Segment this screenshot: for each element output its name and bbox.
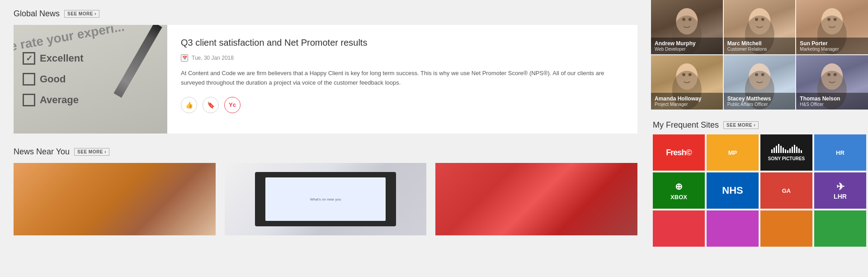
site-tile-0[interactable]: Fresh©	[653, 134, 705, 171]
global-news-header: Global News SEE MORE	[14, 9, 637, 19]
person-overlay-3: Amanda HollowayProject Manager	[651, 93, 723, 110]
people-grid: Andrew MurphyWeb Developer Marc Mitchell…	[651, 0, 868, 110]
frequent-sites-header: My Frequent Sites SEE MORE	[653, 119, 866, 134]
tablet-screen: What's on near you	[265, 177, 386, 221]
lhr-text: LHR	[834, 193, 847, 200]
site-tile-4[interactable]: ⊕ XBOX	[653, 172, 705, 209]
svg-point-6	[755, 18, 758, 21]
news-near-you-see-more[interactable]: SEE MORE	[74, 148, 109, 156]
bookmark-button[interactable]: 🔖	[203, 97, 219, 113]
survey-header-text: e rate your experi...	[14, 25, 126, 54]
news-date: 📅 Tue, 30 Jan 2018	[181, 54, 624, 62]
site-tile-8[interactable]	[653, 210, 705, 247]
survey-check-good	[23, 73, 35, 86]
person-card-3[interactable]: Amanda HollowayProject Manager	[651, 55, 723, 110]
person-overlay-0: Andrew MurphyWeb Developer	[651, 38, 723, 54]
right-sidebar: Andrew MurphyWeb Developer Marc Mitchell…	[651, 0, 868, 277]
site-tile-9[interactable]	[707, 210, 759, 247]
site-tile-3[interactable]: HR	[814, 134, 866, 171]
site-tile-5[interactable]: NHS	[707, 172, 759, 209]
news-body: At Content and Code we are firm believer…	[181, 69, 624, 88]
person-name-2: Sun Porter	[800, 40, 864, 47]
news-near-you-header: News Near You SEE MORE	[14, 147, 637, 157]
svg-point-7	[761, 18, 764, 21]
sony-bar	[785, 149, 786, 153]
sony-logo: SONY PICTURES	[768, 144, 805, 161]
person-card-5[interactable]: Thomas NelsonH&S Officer	[796, 55, 868, 110]
svg-point-3	[689, 18, 692, 21]
person-card-4[interactable]: Stacey MatthewsPublic Affairs Officer	[724, 55, 796, 110]
person-card-1[interactable]: Marc MitchellCustomer Relations	[724, 0, 796, 54]
survey-check-excellent: ✓	[23, 52, 35, 65]
news-near-you-section: News Near You SEE MORE What's on near yo…	[14, 147, 637, 235]
sony-bar	[776, 146, 777, 153]
yammer-icon: Yc	[229, 101, 236, 108]
news-near-you-grid: What's on near you	[14, 163, 637, 235]
site-label-3: HR	[836, 149, 844, 156]
svg-point-22	[827, 73, 830, 76]
person-role-0: Web Developer	[655, 47, 719, 52]
person-card-2[interactable]: Sun PorterMarketing Manager	[796, 0, 868, 54]
news-title: Q3 client satisfaction and Net Promoter …	[181, 38, 624, 48]
person-name-5: Thomas Nelson	[800, 96, 864, 102]
news-actions: 👍 🔖 Yc	[181, 97, 624, 113]
site-tile-6[interactable]: GA	[760, 172, 812, 209]
news-thumb-2[interactable]: What's on near you	[225, 163, 427, 235]
survey-image-bg: e rate your experi... ✓ Excellent Good A…	[14, 25, 167, 134]
sony-bar	[801, 150, 802, 153]
site-tile-2[interactable]: SONY PICTURES	[760, 134, 812, 171]
fresho-text: Fresh©	[666, 148, 691, 158]
person-name-1: Marc Mitchell	[727, 40, 792, 47]
survey-line-excellent: ✓ Excellent	[23, 52, 163, 65]
sony-bar	[780, 146, 782, 153]
site-tile-11[interactable]	[814, 210, 866, 247]
sony-text: SONY PICTURES	[768, 156, 805, 161]
sony-bar	[794, 145, 795, 153]
svg-point-18	[755, 73, 758, 76]
calendar-icon: 📅	[181, 54, 188, 62]
sony-bar	[778, 144, 779, 153]
site-tile-1[interactable]: MP	[707, 134, 759, 171]
svg-point-23	[834, 73, 837, 76]
global-news-see-more[interactable]: SEE MORE	[64, 10, 99, 18]
svg-point-10	[827, 18, 830, 21]
like-button[interactable]: 👍	[181, 97, 197, 113]
news-near-you-title: News Near You	[14, 147, 70, 157]
global-news-card: e rate your experi... ✓ Excellent Good A…	[14, 25, 637, 134]
sony-bar	[787, 150, 788, 153]
person-name-0: Andrew Murphy	[655, 40, 719, 47]
main-content: Global News SEE MORE e rate your experi.…	[0, 0, 651, 277]
svg-point-11	[834, 18, 837, 21]
person-role-2: Marketing Manager	[800, 47, 864, 52]
sony-bar	[771, 149, 773, 153]
person-role-4: Public Affairs Officer	[727, 102, 792, 107]
person-overlay-5: Thomas NelsonH&S Officer	[796, 93, 868, 110]
news-thumb-3[interactable]	[435, 163, 637, 235]
news-content: Q3 client satisfaction and Net Promoter …	[167, 25, 637, 134]
global-news-title: Global News	[14, 9, 60, 19]
survey-check-average	[23, 94, 35, 106]
person-overlay-1: Marc MitchellCustomer Relations	[724, 38, 796, 54]
xbox-icon: ⊕	[675, 181, 683, 192]
frequent-sites-see-more[interactable]: SEE MORE	[723, 121, 759, 129]
person-name-4: Stacey Matthews	[727, 96, 792, 102]
site-tile-7[interactable]: ✈ LHR	[814, 172, 866, 209]
sony-bar	[789, 148, 791, 153]
person-role-1: Customer Relations	[727, 47, 792, 52]
site-label-6: GA	[782, 187, 791, 194]
svg-point-2	[682, 18, 685, 21]
site-tile-10[interactable]	[760, 210, 812, 247]
yammer-button[interactable]: Yc	[224, 97, 241, 113]
news-thumb-1[interactable]	[14, 163, 216, 235]
xbox-label: XBOX	[670, 194, 687, 201]
person-name-3: Amanda Holloway	[655, 96, 719, 102]
nhs-text: NHS	[722, 185, 743, 196]
person-card-0[interactable]: Andrew MurphyWeb Developer	[651, 0, 723, 54]
site-label-1: MP	[728, 149, 737, 156]
plane-icon: ✈	[836, 181, 844, 193]
sony-bar	[796, 147, 797, 153]
survey-lines: ✓ Excellent Good Average	[23, 52, 163, 115]
frequent-sites-title: My Frequent Sites	[653, 120, 719, 130]
person-role-3: Project Manager	[655, 102, 719, 107]
svg-point-14	[682, 73, 685, 76]
